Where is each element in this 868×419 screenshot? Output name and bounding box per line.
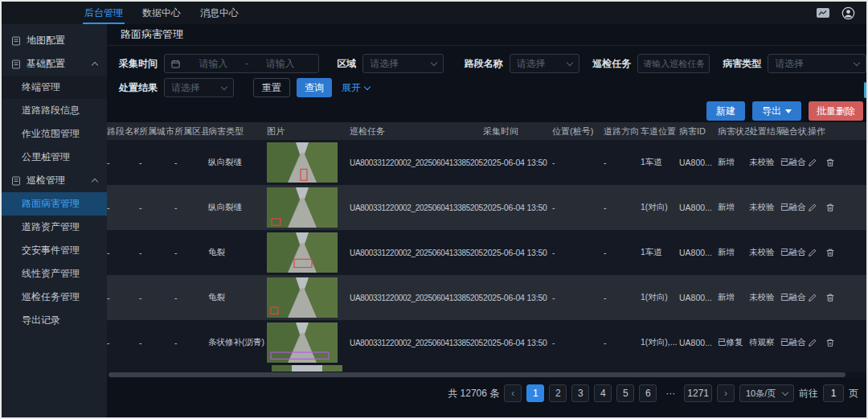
prev-page-button[interactable]: ‹ [504, 384, 522, 402]
sidebar-item-road-section-info[interactable]: 道路路段信息 [2, 99, 107, 122]
page-size-select[interactable]: 10条/页 [739, 384, 794, 402]
road-photo[interactable] [267, 322, 338, 363]
sidebar-item-map-config[interactable]: 地图配置 [2, 29, 107, 52]
road-photo[interactable] [267, 232, 338, 273]
edit-icon[interactable] [808, 248, 817, 257]
tab-label: 消息中心 [200, 6, 239, 20]
sidebar-item-traffic-safety-event-management[interactable]: 交安事件管理 [2, 239, 107, 262]
page-button-1271[interactable]: 1271 [684, 384, 712, 402]
page-button-1[interactable]: 1 [526, 384, 544, 402]
tab-data-center[interactable]: 数据中心 [142, 2, 181, 24]
end-date-placeholder[interactable]: 请输入 [248, 57, 312, 71]
page-button-4[interactable]: 4 [594, 384, 612, 402]
inspection-task-input[interactable] [637, 54, 710, 73]
horizontal-scrollbar[interactable] [107, 372, 866, 378]
create-button[interactable]: 新建 [706, 101, 745, 121]
cell-operations [808, 158, 866, 167]
sidebar-item-linear-asset-management[interactable]: 线性资产管理 [2, 262, 107, 285]
sidebar-group-basic-config[interactable]: 基础配置 [2, 52, 107, 76]
page-button-3[interactable]: 3 [571, 384, 589, 402]
road-photo[interactable] [267, 277, 338, 318]
chevron-down-icon [221, 83, 227, 89]
sidebar-item-label: 地图配置 [27, 34, 65, 47]
cell-image [267, 322, 350, 363]
topbar-right [816, 2, 855, 24]
sidebar-item-road-asset-management[interactable]: 道路资产管理 [2, 216, 107, 239]
delete-icon[interactable] [825, 338, 835, 347]
sidebar-item-label: 终端管理 [22, 80, 60, 94]
region-select[interactable]: 请选择 [362, 54, 444, 73]
cell-road: - [107, 293, 139, 302]
edit-icon[interactable] [808, 158, 817, 167]
sidebar-item-terminal-management[interactable]: 终端管理 [2, 76, 107, 99]
sidebar-item-work-scope-management[interactable]: 作业范围管理 [2, 122, 107, 146]
horizontal-scrollbar-thumb[interactable] [108, 372, 845, 377]
cell-lane: 1(对向),... [641, 337, 679, 348]
delete-icon[interactable] [825, 293, 835, 302]
search-button[interactable]: 查询 [297, 78, 332, 97]
select-placeholder: 请选择 [171, 81, 200, 95]
cell-fusion: 已融合 [780, 157, 808, 168]
road-name-select[interactable]: 请选择 [510, 54, 580, 73]
filter-row-2: 处置结果 请选择 重置 查询 展开 [119, 76, 866, 100]
export-label: 导出 [762, 105, 781, 118]
cell-direction: - [604, 338, 641, 347]
inspection-task-label: 巡检任务 [592, 57, 631, 71]
col-position: 位置(桩号) [552, 125, 604, 138]
goto-page-input[interactable] [823, 384, 844, 402]
sidebar-item-export-records[interactable]: 导出记录 [2, 309, 107, 332]
cell-image [267, 187, 350, 228]
damage-type-label: 病害类型 [723, 57, 761, 71]
disposal-result-select[interactable]: 请选择 [164, 78, 234, 97]
tab-backend-management[interactable]: 后台管理 [84, 2, 123, 24]
road-photo[interactable] [267, 142, 338, 183]
table-row: - - - 龟裂 UA800331220002_2025060413385205… [107, 275, 866, 320]
vertical-scrollbar-thumb[interactable] [864, 82, 866, 98]
col-damage-type: 病害类型 [208, 125, 267, 138]
sidebar-item-kilometer-post-management[interactable]: 公里桩管理 [2, 146, 107, 169]
collect-time-range-input[interactable]: 请输入 - 请输入 [164, 54, 319, 73]
more-pages-ellipsis[interactable]: ··· [661, 384, 679, 402]
page-button-2[interactable]: 2 [549, 384, 567, 402]
sidebar-item-road-damage-management[interactable]: 路面病害管理 [2, 192, 107, 216]
col-road-name: 路段名称 [107, 125, 139, 138]
cell-damage-id: UA800... [679, 248, 718, 257]
road-photo[interactable] [267, 187, 338, 228]
user-avatar-icon[interactable] [841, 6, 855, 20]
cell-task: UA800331220002_20250604133852059 [350, 294, 483, 302]
col-result: 处置结果 [749, 125, 780, 138]
export-button[interactable]: 导出 [752, 101, 801, 121]
document-icon [11, 60, 21, 69]
cell-position: - [552, 158, 604, 167]
sidebar-item-inspection-task-management[interactable]: 巡检任务管理 [2, 285, 107, 309]
damage-table: 路段名称 所属城市 所属区县 病害类型 图片 巡检任务 采集时间 位置(桩号) … [107, 122, 866, 378]
cell-operations [808, 338, 866, 347]
page-title: 路面病害管理 [121, 27, 183, 42]
tab-message-center[interactable]: 消息中心 [200, 2, 239, 24]
cell-road: - [107, 203, 139, 212]
delete-icon[interactable] [825, 158, 835, 167]
start-date-placeholder[interactable]: 请输入 [182, 57, 245, 71]
edit-icon[interactable] [808, 203, 817, 212]
next-page-button[interactable]: › [717, 384, 735, 402]
edit-icon[interactable] [808, 338, 817, 347]
expand-link[interactable]: 展开 [342, 81, 370, 95]
sidebar-item-label: 巡检任务管理 [22, 290, 80, 304]
page-button-5[interactable]: 5 [616, 384, 634, 402]
cell-road: - [107, 248, 139, 257]
table-row: - - - 纵向裂缝 UA800331220002_20250604133852… [107, 140, 866, 185]
delete-icon[interactable] [825, 248, 835, 257]
batch-delete-button[interactable]: 批量删除 [809, 101, 863, 121]
delete-icon[interactable] [825, 203, 835, 212]
region-label: 区域 [337, 57, 356, 71]
sidebar-group-inspection-management[interactable]: 巡检管理 [2, 169, 107, 192]
reset-button[interactable]: 重置 [253, 78, 290, 97]
col-damage-id: 病害ID [679, 125, 718, 138]
monitor-icon[interactable] [816, 7, 830, 18]
page-button-6[interactable]: 6 [639, 384, 657, 402]
cell-direction: - [604, 158, 641, 167]
damage-type-select[interactable]: 请选择 [768, 54, 866, 73]
col-status: 病害状态 [718, 125, 749, 138]
cell-status: 新增 [718, 292, 749, 303]
edit-icon[interactable] [808, 293, 817, 302]
